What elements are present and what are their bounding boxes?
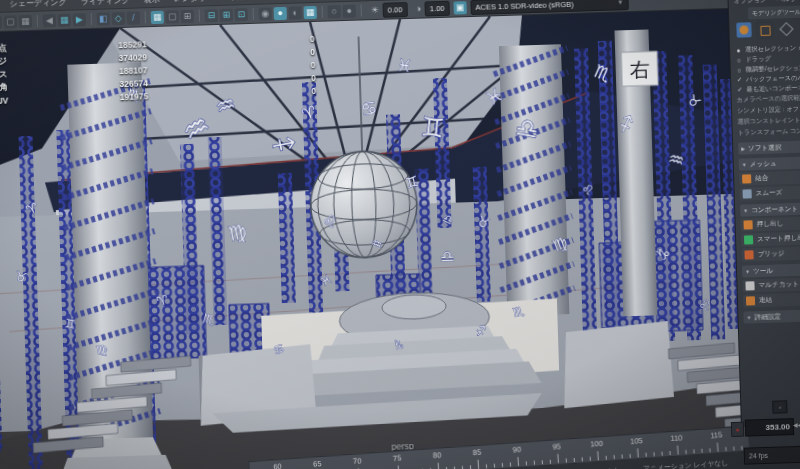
fps-label: 24 fps [749, 452, 768, 460]
radio-icon: ● [735, 46, 742, 53]
camera-lock-icon[interactable]: ▢ [4, 15, 17, 28]
gate-mask-icon[interactable]: ⊟ [205, 8, 218, 21]
default-lighting-icon[interactable]: ◉ [259, 7, 272, 20]
current-frame-field[interactable]: 353.00 [745, 418, 795, 437]
perspective-viewport[interactable]: 右 [0, 9, 744, 469]
diamond-select-icon[interactable] [778, 21, 793, 36]
image-plane-icon[interactable]: ▦ [58, 13, 71, 26]
divider [322, 6, 323, 18]
constraint-rows: カメラベースの選択範囲シンメトリ設定 : オフ選択コンストレイント : オフトラ… [737, 93, 800, 139]
safe-action-icon[interactable]: ⊡ [235, 8, 248, 21]
toolkit-item-target-weld[interactable]: 連結 [743, 292, 800, 308]
toolkit-item-multicut[interactable]: マルチカット [742, 277, 800, 293]
frame-number: 110 [670, 433, 683, 443]
light-icon[interactable]: ○ [328, 5, 341, 18]
wireframe-shaded-icon[interactable]: ◇ [112, 11, 125, 24]
combine-icon [742, 174, 751, 183]
toolkit-item-smart-extrude[interactable]: スマート押し出し [741, 231, 800, 247]
character-set-label[interactable]: キャラクタ セットなし [549, 466, 621, 469]
auto-key-icon[interactable]: ● [731, 422, 744, 437]
tick [542, 460, 543, 464]
shadows-icon[interactable]: ● [274, 6, 287, 19]
frame-number: 90 [512, 445, 521, 455]
antialias-icon[interactable]: ▦ [304, 5, 317, 18]
section-header[interactable]: ▶ソフト選択 [738, 140, 800, 155]
dropdown-row[interactable]: カメラベースの選択範囲 [737, 93, 800, 106]
frame-number: 95 [552, 442, 561, 452]
dropdown-row[interactable]: シンメトリ設定 : オフ [737, 104, 800, 117]
lasso-select-icon[interactable] [736, 22, 751, 37]
chevron-down-icon: ▼ [742, 161, 747, 167]
panel-menu-0[interactable]: オプション [733, 0, 767, 6]
maya-application-photo: ビューシェーディングライティング表示レンダラパネル ▣▣▢▦◀▦▶◧◇/▦▢⊞⊟… [0, 0, 800, 469]
camera-attributes-icon[interactable]: ▦ [19, 14, 32, 27]
field-chart-icon[interactable]: ⊞ [220, 8, 233, 21]
svg-text:♎: ♎ [440, 247, 455, 266]
menu-1[interactable]: シェーディング [10, 0, 67, 10]
bridge-icon [744, 250, 753, 259]
resolution-gate-icon[interactable]: ⊞ [181, 9, 194, 22]
chevron-right-icon: ▶ [741, 145, 745, 151]
frame-number: 105 [630, 436, 643, 446]
item-label: ブリッジ [757, 249, 784, 259]
toolkit-item-bridge[interactable]: ブリッジ [741, 246, 800, 262]
film-gate-icon[interactable]: ▢ [166, 10, 179, 23]
tick [717, 443, 719, 452]
section-header[interactable]: ▼ツール [742, 263, 800, 278]
section-title: 詳細設定 [754, 312, 781, 322]
item-label: 押し出し [756, 219, 783, 229]
view-transform-icon[interactable]: ▣ [453, 1, 466, 14]
item-label: スムーズ [756, 188, 783, 198]
tick [645, 453, 646, 457]
menu-2[interactable]: ライティング [81, 0, 130, 7]
panel-grip-button[interactable]: ▪ [772, 400, 787, 413]
grease-pencil-icon[interactable]: / [127, 11, 140, 24]
fps-dropdown[interactable]: 24 fps ▼ [744, 446, 800, 465]
tab-modeling-toolkit[interactable]: モデリングツールキット [748, 5, 800, 20]
tick [574, 458, 575, 462]
view-next-icon[interactable]: ▶ [73, 13, 86, 26]
divider [145, 11, 146, 23]
tick [582, 457, 583, 461]
marquee-select-icon[interactable] [756, 22, 774, 40]
isolate-select-icon[interactable]: ◧ [97, 12, 110, 25]
toolkit-item-smooth[interactable]: スムーズ [739, 185, 800, 201]
exposure-field[interactable]: 0.00 [383, 2, 408, 18]
tick [733, 446, 734, 450]
panel-menu-1[interactable]: ヘルプ [777, 0, 797, 4]
section-title: ツール [753, 266, 773, 276]
section-title: メッシュ [750, 159, 777, 169]
check-icon: ✓ [736, 86, 743, 94]
shadow-toggle-icon[interactable]: ● [343, 4, 356, 17]
section-header[interactable]: ▼コンポーネント [740, 202, 800, 217]
menu-4[interactable]: レンダラ [174, 0, 207, 4]
dropdown-row[interactable]: トランスフォーム コンストレイント [738, 126, 800, 139]
tick [693, 449, 694, 453]
section-header[interactable]: ▼メッシュ [739, 156, 800, 171]
radio-icon: ○ [736, 66, 743, 73]
playback-controls: ● 353.00 ◀◀ ▶▶ 24 fps ▼ [743, 414, 800, 469]
dropdown-row[interactable]: 選択コンストレイント : オフ [737, 115, 800, 128]
exposure-icon[interactable]: ☀ [371, 5, 379, 15]
menu-5[interactable]: パネル [220, 0, 245, 3]
gamma-field[interactable]: 1.00 [425, 0, 450, 16]
tick [629, 454, 630, 458]
occlusion-icon[interactable]: ◐ [289, 6, 302, 19]
toolkit-item-combine[interactable]: 結合 [739, 170, 800, 186]
item-label: 連結 [759, 296, 772, 305]
tick [438, 463, 440, 469]
tick [494, 464, 495, 468]
bookmark-icon[interactable]: ◀ [43, 14, 56, 27]
menu-3[interactable]: 表示 [144, 0, 160, 5]
section-header[interactable]: ▼詳細設定 [743, 309, 800, 324]
grid-icon[interactable]: ▦ [151, 10, 164, 23]
tick [597, 451, 599, 460]
step-back-icon[interactable]: ◀◀ [793, 421, 800, 428]
smart-extrude-icon [744, 235, 753, 244]
animation-layer-label[interactable]: アニメーション レイヤなし [643, 458, 729, 469]
gamma-icon[interactable]: ◑ [415, 4, 421, 14]
tick [709, 448, 710, 452]
section-title: コンポーネント [751, 204, 798, 214]
camera-select-icon[interactable]: ▣ [0, 15, 2, 28]
toolkit-item-extrude[interactable]: 押し出し [740, 216, 800, 232]
